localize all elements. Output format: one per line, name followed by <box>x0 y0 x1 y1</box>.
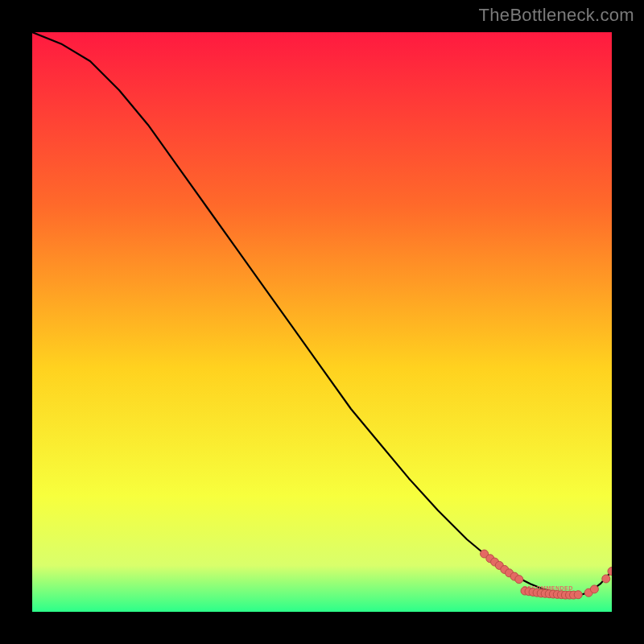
plot-area: RECOMMENDED <box>32 32 612 612</box>
data-marker <box>574 591 582 599</box>
chart-frame: TheBottleneck.com RECOMMENDED <box>0 0 644 644</box>
watermark-text: TheBottleneck.com <box>479 5 634 26</box>
data-marker <box>602 575 610 583</box>
chart-svg: RECOMMENDED <box>32 32 612 612</box>
data-marker <box>590 585 598 593</box>
gradient-bg <box>32 32 612 612</box>
data-marker <box>515 576 523 584</box>
